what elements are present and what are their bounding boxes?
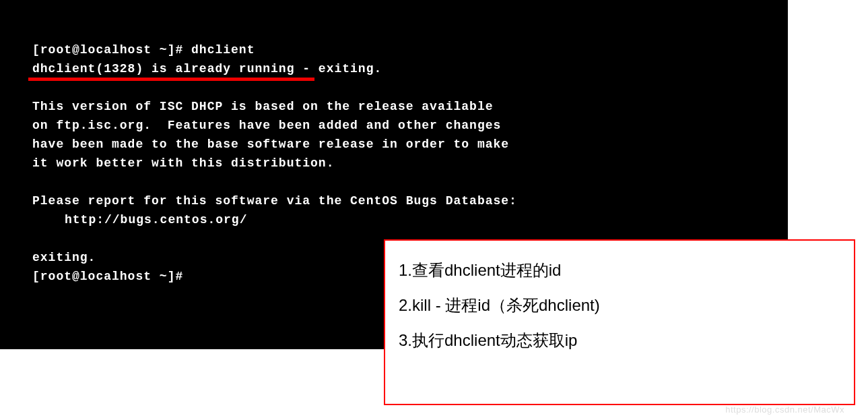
- note-item: 1.查看dhclient进程的id: [399, 253, 840, 288]
- terminal-output-line: Please report for this software via the …: [32, 191, 756, 210]
- blank-line: [32, 173, 756, 191]
- terminal-output-line: This version of ISC DHCP is based on the…: [32, 97, 756, 116]
- terminal-output-line: on ftp.isc.org. Features have been added…: [32, 116, 756, 135]
- note-item: 2.kill - 进程id（杀死dhclient): [399, 288, 840, 323]
- terminal-prompt-line: [root@localhost ~]# dhclient: [32, 40, 756, 59]
- note-item: 3.执行dhclient动态获取ip: [399, 323, 840, 358]
- terminal-output-line: have been made to the base software rele…: [32, 135, 756, 154]
- blank-line: [32, 78, 756, 97]
- terminal-output-url: http://bugs.centos.org/: [65, 210, 756, 229]
- red-underline-annotation: [28, 78, 314, 81]
- annotation-note-box: 1.查看dhclient进程的id 2.kill - 进程id（杀死dhclie…: [384, 239, 855, 405]
- watermark-text: https://blog.csdn.net/MacWx: [725, 404, 844, 415]
- terminal-output-line: it work better with this distribution.: [32, 154, 756, 173]
- terminal-output-line: dhclient(1328) is already running - exit…: [32, 59, 756, 78]
